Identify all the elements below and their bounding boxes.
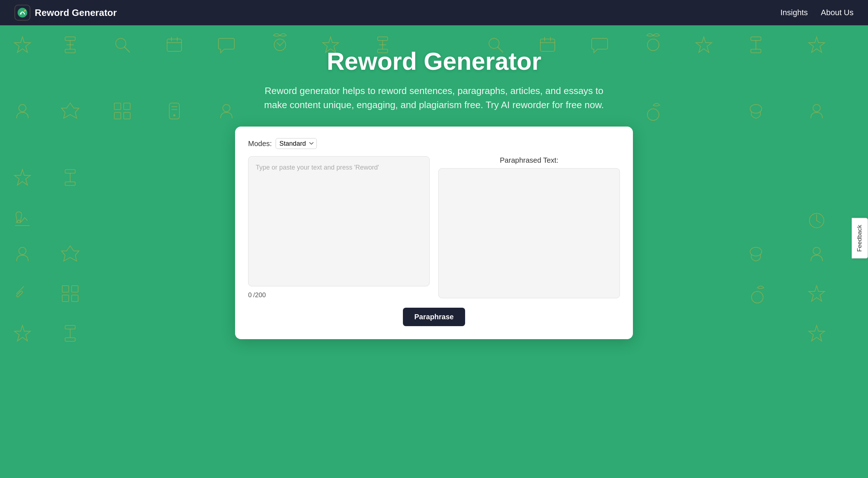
- svg-point-35: [19, 104, 26, 112]
- nav-link-about-us[interactable]: About Us: [821, 8, 854, 17]
- svg-marker-4: [14, 37, 30, 52]
- svg-marker-34: [809, 37, 825, 52]
- mode-select[interactable]: Standard Fluency Formal Creative Simple: [276, 138, 317, 149]
- logo-icon: [14, 5, 30, 21]
- modes-row: Modes: Standard Fluency Formal Creative …: [248, 138, 620, 149]
- svg-point-48: [813, 104, 820, 112]
- hero-subtitle: Reword generator helps to reword sentenc…: [262, 84, 606, 112]
- tool-card: Modes: Standard Fluency Formal Creative …: [235, 127, 633, 339]
- char-max: /200: [253, 291, 266, 299]
- svg-point-44: [173, 114, 175, 116]
- svg-point-56: [19, 247, 26, 255]
- svg-rect-37: [114, 103, 121, 110]
- svg-rect-70: [65, 325, 75, 329]
- svg-line-10: [124, 47, 129, 52]
- svg-marker-30: [696, 37, 712, 52]
- svg-rect-51: [65, 182, 75, 185]
- svg-point-58: [750, 247, 762, 256]
- output-label: Paraphrased Text:: [438, 156, 620, 165]
- svg-rect-41: [169, 103, 179, 119]
- svg-rect-5: [65, 37, 75, 40]
- navbar: Reword Generator Insights About Us: [0, 0, 868, 25]
- svg-marker-69: [14, 325, 30, 341]
- svg-point-0: [18, 8, 27, 17]
- hero-content: Reword Generator Reword generator helps …: [217, 47, 651, 339]
- svg-rect-71: [65, 338, 75, 341]
- svg-line-60: [17, 288, 22, 294]
- svg-point-1: [20, 13, 22, 14]
- svg-point-9: [116, 38, 126, 48]
- svg-rect-40: [124, 112, 130, 119]
- svg-point-59: [813, 247, 820, 255]
- svg-line-17: [280, 42, 284, 46]
- svg-rect-6: [65, 49, 75, 53]
- hero-title: Reword Generator: [217, 47, 651, 75]
- svg-marker-49: [14, 170, 30, 185]
- input-textarea[interactable]: [248, 156, 430, 286]
- modes-label: Modes:: [248, 140, 272, 148]
- svg-rect-50: [65, 170, 75, 173]
- char-count-row: 0 /200: [248, 291, 430, 299]
- svg-rect-65: [62, 295, 69, 302]
- input-side: 0 /200: [248, 156, 430, 299]
- svg-rect-62: [16, 291, 23, 297]
- svg-rect-66: [72, 295, 78, 302]
- feedback-wrapper: Feedback: [852, 218, 868, 260]
- text-areas-row: 0 /200 Paraphrased Text:: [248, 156, 620, 300]
- svg-line-61: [22, 286, 24, 288]
- svg-line-16: [277, 43, 280, 46]
- paraphrase-button[interactable]: Paraphrase: [403, 308, 465, 326]
- svg-marker-68: [809, 286, 825, 301]
- svg-line-55: [817, 221, 820, 223]
- svg-point-47: [750, 104, 762, 113]
- nav-links: Insights About Us: [780, 8, 854, 17]
- svg-marker-57: [61, 246, 79, 261]
- nav-link-insights[interactable]: Insights: [780, 8, 808, 17]
- svg-point-67: [752, 291, 763, 303]
- site-title: Reword Generator: [35, 7, 117, 18]
- feedback-button[interactable]: Feedback: [852, 218, 868, 259]
- hero-section: Reword Generator Reword generator helps …: [0, 25, 868, 357]
- svg-point-53: [809, 213, 824, 228]
- svg-rect-19: [378, 37, 388, 40]
- char-current: 0: [248, 291, 252, 299]
- svg-marker-36: [61, 103, 79, 118]
- svg-rect-38: [124, 103, 130, 110]
- output-side: Paraphrased Text:: [438, 156, 620, 300]
- svg-rect-39: [114, 112, 121, 119]
- svg-rect-64: [72, 286, 78, 292]
- svg-rect-63: [62, 286, 69, 292]
- brand: Reword Generator: [14, 5, 117, 21]
- svg-rect-32: [751, 49, 761, 53]
- svg-rect-11: [167, 39, 182, 51]
- svg-rect-31: [751, 37, 761, 40]
- output-textarea: [438, 168, 620, 298]
- svg-marker-73: [809, 325, 825, 341]
